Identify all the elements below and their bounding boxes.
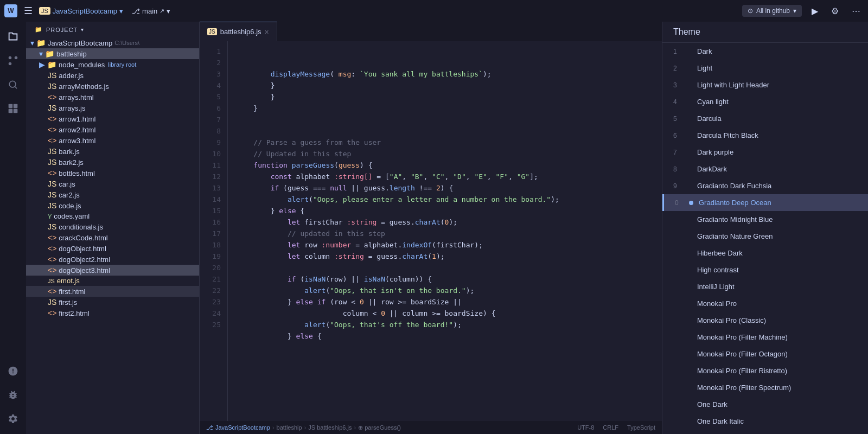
sidebar-item-root-folder[interactable]: ▾ 📁 JavaScriptBootcamp C:\Users\: [26, 37, 199, 48]
extensions-icon[interactable]: [2, 98, 24, 119]
theme-item-intellij-light[interactable]: IntelliJ Light: [662, 278, 868, 295]
line-numbers: 1 2 3 4 5 6 7 8 9 10 11 12 13 14 15 16 1…: [200, 41, 228, 421]
sidebar-item-arrays-js[interactable]: JS arrays.js: [26, 103, 199, 113]
theme-item-monokai-filter-ristretto[interactable]: Monokai Pro (Filter Ristretto): [662, 362, 868, 379]
status-project-name: JavaScriptBootcamp: [215, 424, 270, 431]
theme-item-one-dark[interactable]: One Dark: [662, 396, 868, 413]
run-button[interactable]: ▶: [808, 5, 821, 17]
tab-close-button[interactable]: ×: [265, 28, 269, 36]
hamburger-menu-icon[interactable]: ☰: [22, 3, 35, 19]
breadcrumb-sep-1: ›: [272, 424, 275, 431]
search-icon[interactable]: [2, 74, 24, 95]
sidebar-item-arrays-html[interactable]: <> arrays.html: [26, 92, 199, 103]
sidebar-item-dogobject3[interactable]: <> dogObject3.html: [26, 265, 199, 276]
theme-item-gradianto-midnight-blue[interactable]: Gradianto Midnight Blue: [662, 211, 868, 228]
js-file-icon: JS: [48, 298, 56, 307]
sidebar-item-bottles[interactable]: <> bottles.html: [26, 168, 199, 178]
bark2-filename: bark2.js: [59, 158, 84, 167]
debug-icon[interactable]: [2, 384, 24, 406]
code-editor[interactable]: 1 2 3 4 5 6 7 8 9 10 11 12 13 14 15 16 1…: [200, 41, 662, 421]
status-language[interactable]: TypeScript: [627, 424, 655, 431]
sidebar-item-arrow1[interactable]: <> arrow1.html: [26, 113, 199, 124]
sidebar-item-crackcode[interactable]: <> crackCode.html: [26, 232, 199, 243]
sidebar-item-arrow3[interactable]: <> arrow3.html: [26, 135, 199, 146]
sidebar-item-first-html[interactable]: <> first.html: [26, 286, 199, 297]
theme-item-gradianto-nature-green[interactable]: Gradianto Nature Green: [662, 228, 868, 245]
html-file-icon: <>: [48, 169, 56, 177]
svg-rect-7: [14, 109, 18, 113]
sidebar-item-bark2[interactable]: JS bark2.js: [26, 157, 199, 168]
github-dropdown-icon: ▾: [793, 7, 796, 15]
sidebar: 📁 Project ▾ ▾ 📁 JavaScriptBootcamp C:\Us…: [26, 22, 200, 434]
active-tab[interactable]: JS battleship6.js ×: [200, 22, 277, 41]
theme-item-gradianto-dark-fuchsia[interactable]: 9 Gradianto Dark Fuchsia: [662, 177, 868, 194]
theme-label: Monokai Pro: [697, 299, 737, 308]
sidebar-item-dogobject[interactable]: <> dogObject.html: [26, 243, 199, 254]
bark-filename: bark.js: [59, 148, 79, 156]
explorer-icon[interactable]: [2, 26, 24, 48]
theme-item-darkdark[interactable]: 8 DarkDark: [662, 161, 868, 177]
sidebar-item-emot[interactable]: JS emot.js: [26, 276, 199, 286]
theme-item-monokai-filter-spectrum[interactable]: Monokai Pro (Filter Spectrum): [662, 379, 868, 396]
project-selector[interactable]: JS JavaScriptBootcamp ▾: [39, 7, 123, 15]
sidebar-item-car[interactable]: JS car.js: [26, 178, 199, 189]
theme-label: Light: [697, 64, 712, 72]
sidebar-item-adder[interactable]: JS adder.js: [26, 70, 199, 81]
sidebar-header[interactable]: 📁 Project ▾: [26, 22, 199, 37]
theme-item-one-dark-italic[interactable]: One Dark Italic: [662, 413, 868, 430]
source-control-icon[interactable]: [2, 50, 24, 72]
no-selection-dot: [687, 117, 692, 121]
sidebar-item-bark[interactable]: JS bark.js: [26, 146, 199, 157]
theme-item-darcula-pitch-black[interactable]: 6 Darcula Pitch Black: [662, 127, 868, 144]
more-options-icon[interactable]: ⋯: [848, 5, 864, 17]
status-line-endings[interactable]: CRLF: [603, 424, 618, 431]
first-js-filename: first.js: [59, 298, 77, 307]
svg-point-1: [9, 62, 12, 66]
breadcrumb-sep-3: ›: [354, 424, 356, 431]
sidebar-item-dogobject2[interactable]: <> dogObject2.html: [26, 254, 199, 265]
theme-item-monokai-pro-classic[interactable]: Monokai Pro (Classic): [662, 312, 868, 329]
theme-label: Hiberbee Dark: [697, 249, 743, 257]
js-file-icon: JS: [48, 180, 56, 188]
sidebar-item-car2[interactable]: JS car2.js: [26, 189, 199, 200]
theme-item-cyan-light[interactable]: 4 Cyan light: [662, 93, 868, 110]
html-file-icon: <>: [48, 244, 56, 253]
theme-item-dark[interactable]: 1 Dark: [662, 43, 868, 60]
theme-item-monokai-filter-octagon[interactable]: Monokai Pro (Filter Octagon): [662, 346, 868, 362]
sidebar-item-arrow2[interactable]: <> arrow2.html: [26, 124, 199, 135]
sidebar-item-conditionals[interactable]: JS conditionals.js: [26, 221, 199, 232]
problems-icon[interactable]: [2, 360, 24, 382]
theme-label: Monokai Pro (Filter Machine): [697, 333, 788, 341]
settings-icon[interactable]: ⚙: [828, 5, 842, 17]
sidebar-item-first-js[interactable]: JS first.js: [26, 297, 199, 308]
status-crumb-fn[interactable]: ⊕ parseGuess(): [358, 424, 401, 431]
theme-item-one-dark-vivid[interactable]: One Dark Vivid: [662, 430, 868, 434]
status-crumb-file[interactable]: JS battleship6.js: [308, 424, 352, 431]
settings-icon[interactable]: [2, 408, 24, 430]
sidebar-item-codes-yaml[interactable]: Y codes.yaml: [26, 211, 199, 221]
status-crumb-battleship[interactable]: battleship: [277, 424, 302, 431]
status-encoding[interactable]: UTF-8: [577, 424, 594, 431]
theme-item-darcula[interactable]: 5 Darcula: [662, 110, 868, 127]
theme-item-hiberbee-dark[interactable]: Hiberbee Dark: [662, 245, 868, 261]
no-selection-dot: [687, 234, 692, 239]
sidebar-item-code[interactable]: JS code.js: [26, 200, 199, 211]
sidebar-item-arraymethods[interactable]: JS arrayMethods.js: [26, 81, 199, 92]
no-selection-dot: [687, 302, 692, 306]
theme-item-dark-purple[interactable]: 7 Dark purple: [662, 144, 868, 161]
theme-item-high-contrast[interactable]: High contrast: [662, 261, 868, 278]
code-content[interactable]: displayMessage( msg: `You sank all my ba…: [228, 41, 662, 421]
sidebar-item-battleship[interactable]: ▾ 📁 battleship: [26, 48, 199, 59]
theme-item-light[interactable]: 2 Light: [662, 60, 868, 76]
branch-selector[interactable]: ⎇ main ↗ ▾: [132, 7, 170, 15]
no-selection-dot: [687, 386, 692, 390]
sidebar-item-first2[interactable]: <> first2.html: [26, 308, 199, 318]
theme-label: Darcula Pitch Black: [697, 131, 758, 139]
github-button[interactable]: ⊙ All in github ▾: [742, 5, 802, 17]
theme-item-monokai-filter-machine[interactable]: Monokai Pro (Filter Machine): [662, 329, 868, 346]
sidebar-item-node-modules[interactable]: ▶ 📁 node_modules library root: [26, 59, 199, 70]
theme-item-gradianto-deep-ocean[interactable]: 0 Gradianto Deep Ocean: [662, 194, 868, 211]
theme-item-light-light-header[interactable]: 3 Light with Light Header: [662, 76, 868, 93]
status-branch[interactable]: ⎇ JavaScriptBootcamp: [206, 424, 270, 431]
theme-item-monokai-pro[interactable]: Monokai Pro: [662, 295, 868, 312]
